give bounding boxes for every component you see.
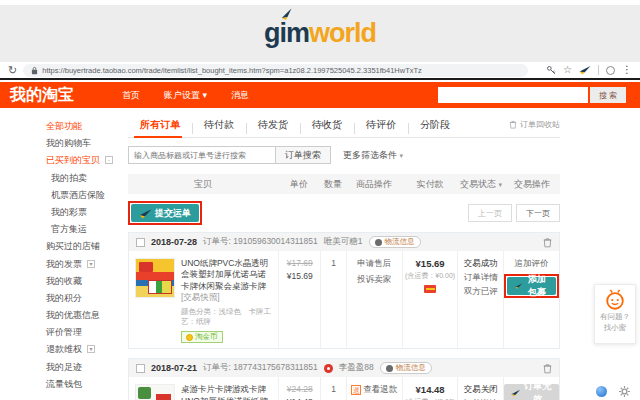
sidebar-item-my-lottery[interactable]: 我的彩票 — [46, 204, 126, 221]
product-image[interactable] — [135, 258, 175, 298]
sidebar-item-my-coupons[interactable]: 我的优惠信息 — [46, 307, 126, 324]
sidebar-item-my-auctions[interactable]: 我的拍卖 — [46, 170, 126, 187]
url-pill[interactable]: https://buyertrade.taobao.com/trade/item… — [23, 64, 528, 77]
tab-installment[interactable]: 分阶段 — [408, 118, 462, 132]
shop-name[interactable]: 唯美可糖1 — [324, 236, 363, 248]
order-detail-link[interactable]: 订单详情 — [458, 272, 503, 284]
chevron-down-icon: ▾ — [203, 90, 208, 100]
logistics-pill[interactable]: 物流信息 — [369, 236, 421, 248]
key-icon[interactable] — [546, 65, 556, 75]
alime-widget[interactable]: 有问题？ 找小蜜 — [594, 284, 636, 344]
product-title[interactable]: 桌游卡片卡牌游戏卡牌UNO加厚版优诺版纸牌惩罚扑克乌诺UON [交易快照] — [181, 384, 273, 400]
prev-page-button[interactable]: 上一页 — [468, 204, 512, 222]
bookmark-star-icon[interactable]: ☆ — [563, 65, 572, 75]
add-package-button[interactable]: 添加包裹 — [507, 277, 556, 295]
current-price: ¥15.69 — [279, 271, 320, 281]
gimworld-logo: gimworld — [264, 18, 376, 49]
extension-swallow-icon[interactable] — [579, 65, 591, 75]
order-date: 2018-07-28 — [151, 237, 197, 247]
reload-icon[interactable]: ↻ — [8, 65, 17, 76]
sidebar: 全部功能 我的购物车 已买到的宝贝- 我的拍卖 机票酒店保险 我的彩票 官方集运… — [46, 118, 126, 393]
header-search-button[interactable]: 搜 索 — [590, 87, 626, 103]
site-banner: gimworld — [0, 0, 640, 62]
sidebar-item-cart[interactable]: 我的购物车 — [46, 135, 126, 152]
menu-dots-icon[interactable]: ⋮ — [622, 65, 632, 75]
header-paid: 实付款 — [402, 178, 458, 191]
active-tab-underline — [134, 136, 182, 138]
quantity: 1 — [320, 251, 346, 348]
expand-icon[interactable]: ▾ — [87, 260, 95, 268]
profile-circle-icon[interactable] — [606, 66, 615, 75]
more-filters-link[interactable]: 更多筛选条件 ▾ — [343, 149, 403, 162]
tab-pending-payment[interactable]: 待付款 — [192, 118, 246, 132]
both-reviewed-link[interactable]: 双方已评 — [458, 286, 503, 298]
sidebar-item-bought-items[interactable]: 已买到的宝贝- — [46, 152, 126, 169]
order-checkbox[interactable] — [136, 238, 145, 247]
order-number: 订单号: 187743175678311851 — [203, 362, 318, 374]
tab-pending-review[interactable]: 待评价 — [354, 118, 408, 132]
sidebar-item-my-points[interactable]: 我的积分 — [46, 290, 126, 307]
tab-all-orders[interactable]: 所有订单 — [128, 118, 192, 132]
logistics-pill[interactable]: 物流信息 — [380, 362, 432, 374]
page-title: 我的淘宝 — [10, 85, 74, 106]
header-price: 单价 — [278, 178, 320, 191]
sidebar-item-data-wallet[interactable]: 流量钱包 — [46, 376, 126, 393]
url-text: https://buyertrade.taobao.com/trade/item… — [42, 66, 422, 75]
toolbar-row: 提交运单 上一页 下一页 — [128, 201, 560, 225]
apply-aftersale-link[interactable]: 申请售后 — [347, 258, 402, 270]
sidebar-item-visited-shops[interactable]: 购买过的店铺 — [46, 238, 126, 255]
product-image[interactable] — [135, 384, 175, 400]
shipping-fee: (含运费：¥0.00) — [403, 271, 458, 281]
nav-home[interactable]: 首页 — [122, 89, 140, 102]
taobao-header: 我的淘宝 首页 账户设置 ▾ 消息 搜 索 — [0, 82, 640, 108]
order-invalid-button[interactable]: 订单无效 — [504, 384, 559, 400]
report-seller-link[interactable]: 投诉卖家 — [347, 274, 402, 286]
sidebar-item-my-invoices[interactable]: 我的发票▾ — [46, 256, 126, 273]
header-quantity: 数量 — [320, 178, 346, 191]
expand-icon[interactable]: ▾ — [87, 345, 95, 353]
snapshot-link[interactable]: [交易快照] — [181, 292, 220, 302]
order-card: 2018-07-21 订单号: 187743175678311851 李盈盈88… — [128, 358, 560, 400]
wangwang-float-icon[interactable] — [596, 386, 607, 397]
sidebar-item-official-consolidation[interactable]: 官方集运 — [46, 221, 126, 238]
sidebar-item-review-management[interactable]: 评价管理 — [46, 324, 126, 341]
order-product-row: UNO纸牌PVC水晶透明盒装塑封加厚优诺乌诺卡牌休闲聚会桌游卡牌 [交易快照] … — [129, 251, 559, 348]
sidebar-item-my-favorites[interactable]: 我的收藏 — [46, 273, 126, 290]
pill-icon — [386, 365, 393, 372]
orders-panel: 所有订单 待付款 待发货 待收货 待评价 分阶段 订单回收站 订单搜索 更多筛选… — [128, 112, 560, 400]
header-ops: 交易操作 — [504, 178, 560, 191]
tab-pending-receipt[interactable]: 待收货 — [300, 118, 354, 132]
shop-name[interactable]: 李盈盈88 — [339, 362, 374, 374]
lock-icon — [31, 66, 38, 75]
recycle-bin-link[interactable]: 订单回收站 — [509, 119, 560, 130]
sidebar-item-my-footprints[interactable]: 我的足迹 — [46, 359, 126, 376]
order-search-button[interactable]: 订单搜索 — [276, 146, 331, 164]
sidebar-item-refund-rights[interactable]: 退款维权▾ — [46, 341, 126, 358]
submit-waybill-button[interactable]: 提交运单 — [131, 204, 199, 222]
product-attrs: 颜色分类：浅绿色 卡牌工艺：纸牌 — [181, 307, 274, 327]
original-price: ¥24.28 — [287, 384, 313, 394]
sidebar-item-flight-hotel-insurance[interactable]: 机票酒店保险 — [46, 187, 126, 204]
settings-float-icon[interactable] — [619, 386, 630, 397]
order-search-input[interactable] — [128, 146, 276, 164]
red-highlight-box: 添加包裹 — [504, 274, 559, 298]
delete-order-icon[interactable] — [543, 237, 552, 248]
append-review-link[interactable]: 追加评价 — [515, 258, 549, 270]
nav-messages[interactable]: 消息 — [231, 89, 249, 102]
collapse-icon[interactable]: - — [105, 156, 113, 164]
nav-account-settings[interactable]: 账户设置 ▾ — [164, 89, 207, 102]
tab-pending-shipment[interactable]: 待发货 — [246, 118, 300, 132]
order-header: 2018-07-28 订单号: 191059630014311851 唯美可糖1… — [129, 233, 559, 251]
swallow-icon — [511, 388, 520, 398]
header-item-ops: 商品操作 — [346, 178, 402, 191]
product-title[interactable]: UNO纸牌PVC水晶透明盒装塑封加厚优诺乌诺卡牌休闲聚会桌游卡牌 [交易快照] — [181, 258, 268, 302]
delete-order-icon[interactable] — [543, 363, 552, 374]
order-checkbox[interactable] — [136, 364, 145, 373]
header-status-dropdown[interactable]: 交易状态 ▾ — [458, 178, 504, 191]
sidebar-item-all-features[interactable]: 全部功能 — [46, 118, 126, 135]
swallow-icon — [139, 208, 152, 219]
next-page-button[interactable]: 下一页 — [516, 204, 560, 222]
orders-table-header: 宝贝 单价 数量 商品操作 实付款 交易状态 ▾ 交易操作 — [128, 174, 560, 194]
view-refund-link[interactable]: 退查看退款 — [347, 384, 402, 396]
header-search-input[interactable] — [438, 87, 588, 103]
